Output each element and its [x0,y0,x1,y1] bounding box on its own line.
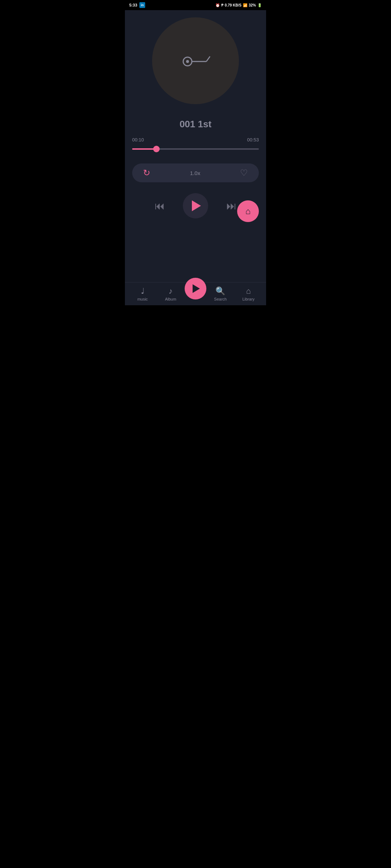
time-row: 00:10 00:53 [132,137,259,142]
svg-line-3 [206,56,210,61]
track-title: 001 1st [180,119,211,130]
nav-play-button[interactable] [185,278,206,299]
progress-thumb[interactable] [153,146,160,152]
home-fab-button[interactable]: ⌂ [237,200,259,222]
battery-icon: 🔋 [257,3,262,7]
album-label: Album [165,297,176,301]
status-time: 5:33 [129,3,137,7]
library-icon: ⌂ [246,286,251,296]
battery-text: 32% [249,3,256,7]
nav-item-library[interactable]: ⌂ Library [235,286,263,301]
library-label: Library [242,297,255,301]
controls-pill: ↻ 1.0x ♡ [132,163,259,182]
album-art [152,17,239,104]
nav-item-album[interactable]: ♪ Album [157,286,185,301]
playback-controls: ⏮ ⏭ ⌂ [132,193,259,218]
status-right: ⏰ Ᵽ 0.79 KB/S 📶 32% 🔋 [215,3,262,7]
play-triangle-icon [192,200,201,211]
bottom-nav: ♩ music ♪ Album 🔍 Search ⌂ Library [125,282,266,305]
current-time: 00:10 [132,137,144,142]
favorite-button[interactable]: ♡ [240,168,248,178]
album-art-svg [177,46,214,75]
repeat-button[interactable]: ↻ [143,168,150,178]
total-time: 00:53 [247,137,259,142]
play-button[interactable] [183,193,208,218]
playback-speed[interactable]: 1.0x [190,170,200,176]
nav-item-search[interactable]: 🔍 Search [206,286,235,301]
status-left: 5:33 in [129,2,145,8]
main-content: 001 1st 00:10 00:53 ↻ 1.0x ♡ ⏮ ⏭ ⌂ [125,10,266,282]
alarm-icon: ⏰ [215,3,220,7]
previous-button[interactable]: ⏮ [155,200,165,212]
signal-icon: 📶 [243,3,247,7]
nav-play-triangle-icon [193,284,200,293]
progress-track [132,148,259,150]
network-speed: 0.79 KB/S [225,3,241,7]
search-label: Search [214,297,227,301]
linkedin-icon: in [139,2,145,8]
music-icon: ♩ [141,286,144,296]
progress-container[interactable] [132,145,259,153]
search-icon: 🔍 [215,286,225,296]
svg-point-1 [186,60,189,63]
next-button[interactable]: ⏭ [226,200,236,212]
nav-item-music[interactable]: ♩ music [129,286,157,301]
home-fab-icon: ⌂ [245,206,251,216]
status-bar: 5:33 in ⏰ Ᵽ 0.79 KB/S 📶 32% 🔋 [125,0,266,10]
music-label: music [137,297,148,301]
album-icon: ♪ [169,286,173,296]
bluetooth-icon: Ᵽ [221,3,223,7]
